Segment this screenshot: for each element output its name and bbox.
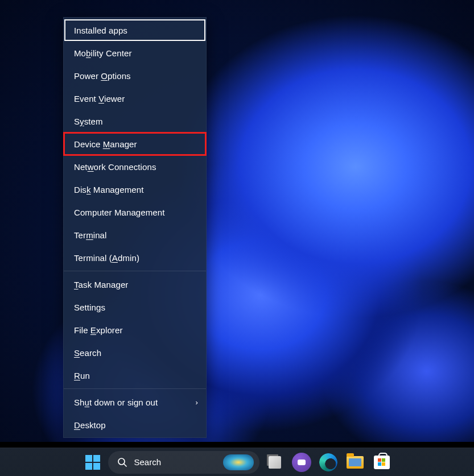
task-view-icon bbox=[269, 456, 281, 469]
menu-item-installed-apps[interactable]: Installed apps bbox=[64, 19, 206, 42]
search-placeholder: Search bbox=[134, 457, 162, 467]
store-icon bbox=[374, 456, 390, 469]
task-view-button[interactable] bbox=[263, 451, 286, 474]
menu-item-shut-down[interactable]: Shut down or sign out› bbox=[64, 391, 206, 413]
chat-icon bbox=[292, 453, 311, 472]
menu-item-desktop[interactable]: Desktop bbox=[64, 413, 206, 436]
menu-item-label: File Explorer bbox=[74, 325, 123, 335]
menu-item-label: Installed apps bbox=[74, 26, 127, 35]
winx-context-menu: Installed appsMobility CenterPower Optio… bbox=[63, 17, 207, 438]
search-highlight-icon bbox=[223, 454, 254, 470]
chevron-right-icon: › bbox=[196, 398, 198, 407]
menu-item-run[interactable]: Run bbox=[64, 364, 206, 387]
microsoft-store-button[interactable] bbox=[370, 451, 393, 474]
menu-item-label: Desktop bbox=[74, 420, 106, 430]
menu-item-task-manager[interactable]: Task Manager bbox=[64, 273, 206, 296]
menu-item-label: Power Options bbox=[74, 71, 131, 81]
start-button[interactable] bbox=[81, 451, 104, 474]
menu-item-label: Event Viewer bbox=[74, 94, 125, 104]
svg-point-4 bbox=[118, 458, 125, 465]
menu-item-power-options[interactable]: Power Options bbox=[64, 64, 206, 87]
menu-item-label: Device Manager bbox=[74, 139, 137, 149]
taskbar-search[interactable]: Search bbox=[108, 451, 259, 474]
menu-item-network-connections[interactable]: Network Connections bbox=[64, 155, 206, 178]
menu-item-event-viewer[interactable]: Event Viewer bbox=[64, 87, 206, 110]
menu-item-label: Mobility Center bbox=[74, 48, 132, 58]
menu-item-mobility-center[interactable]: Mobility Center bbox=[64, 42, 206, 64]
folder-icon bbox=[347, 456, 364, 469]
menu-item-label: Task Manager bbox=[74, 280, 128, 289]
menu-item-search[interactable]: Search bbox=[64, 341, 206, 364]
menu-divider bbox=[64, 388, 206, 389]
search-icon bbox=[117, 457, 127, 467]
svg-rect-2 bbox=[85, 463, 92, 470]
edge-button[interactable] bbox=[317, 451, 340, 474]
edge-icon bbox=[319, 453, 337, 471]
chat-button[interactable] bbox=[290, 451, 313, 474]
menu-item-label: Shut down or sign out bbox=[74, 398, 158, 407]
svg-rect-1 bbox=[93, 455, 100, 462]
menu-item-label: Run bbox=[74, 371, 90, 380]
svg-line-5 bbox=[124, 464, 126, 466]
menu-item-label: Disk Management bbox=[74, 185, 143, 194]
taskbar: Search bbox=[0, 448, 474, 476]
svg-rect-3 bbox=[93, 463, 100, 470]
menu-divider bbox=[64, 271, 206, 271]
menu-item-label: Terminal bbox=[74, 230, 107, 240]
windows-logo-icon bbox=[85, 455, 100, 470]
menu-item-device-manager[interactable]: Device Manager bbox=[64, 133, 206, 155]
menu-item-label: Settings bbox=[74, 303, 105, 312]
menu-item-label: Network Connections bbox=[74, 162, 156, 172]
menu-item-label: Terminal (Admin) bbox=[74, 253, 139, 263]
menu-item-label: Computer Management bbox=[74, 208, 164, 217]
menu-item-computer-management[interactable]: Computer Management bbox=[64, 201, 206, 223]
menu-item-label: Search bbox=[74, 348, 101, 358]
menu-item-terminal[interactable]: Terminal bbox=[64, 223, 206, 246]
menu-item-disk-management[interactable]: Disk Management bbox=[64, 178, 206, 201]
menu-item-system[interactable]: System bbox=[64, 110, 206, 133]
menu-item-terminal-admin[interactable]: Terminal (Admin) bbox=[64, 246, 206, 269]
menu-item-settings[interactable]: Settings bbox=[64, 296, 206, 318]
svg-rect-0 bbox=[85, 455, 92, 462]
menu-item-label: System bbox=[74, 117, 103, 126]
file-explorer-button[interactable] bbox=[344, 451, 366, 474]
black-strip bbox=[0, 442, 474, 448]
menu-item-file-explorer[interactable]: File Explorer bbox=[64, 318, 206, 341]
